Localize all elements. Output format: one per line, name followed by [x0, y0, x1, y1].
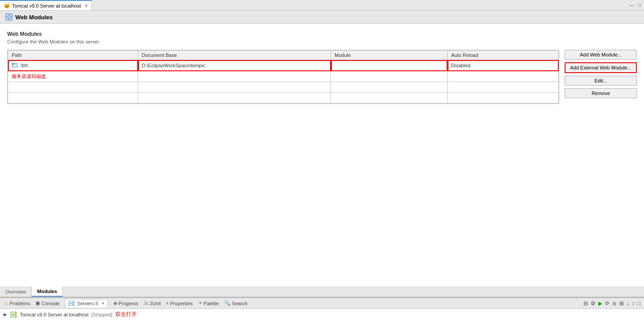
table-row[interactable]	[8, 93, 559, 104]
maximize-button[interactable]: □	[637, 2, 642, 8]
col-module: Module	[331, 51, 448, 60]
row2-path-text: 服务器虚拟磁盘	[12, 74, 46, 79]
tab-label: Tomcat v9.0 Server at localhost	[12, 3, 81, 9]
row4-path	[8, 93, 138, 104]
edit-button[interactable]: Edit...	[565, 76, 637, 86]
console-tab[interactable]: ▣ Console	[35, 300, 59, 306]
search-tab[interactable]: 🔍 Search	[224, 300, 248, 306]
row4-auto-reload	[448, 93, 559, 104]
minimize-button[interactable]: —	[628, 2, 635, 8]
row1-document-base: D:\EclipseWorkSpace\tempic	[138, 60, 331, 71]
svg-point-9	[73, 304, 74, 305]
add-web-module-button[interactable]: Add Web Module...	[565, 50, 637, 60]
junit-icon: Ju	[144, 301, 148, 306]
row1-module	[331, 60, 448, 71]
section-description: Configure the Web Modules on this server…	[7, 39, 637, 44]
table-row[interactable]	[8, 82, 559, 93]
tab-modules-label: Modules	[37, 289, 57, 294]
properties-icon: ≡	[166, 301, 169, 306]
tab-overview[interactable]: Overview	[0, 286, 32, 297]
problems-tab[interactable]: ⚠ Problems	[4, 300, 30, 306]
col-auto-reload: Auto Reload	[448, 51, 559, 60]
servers-label: Servers 5	[77, 301, 98, 306]
status-btn-reload[interactable]: ⟳	[605, 300, 609, 307]
editor-tab[interactable]: 🐱 Tomcat v9.0 Server at localhost ✕	[0, 0, 92, 10]
table-row[interactable]: 服务器虚拟磁盘	[8, 71, 559, 82]
web-modules-table-container: Path Document Base Module Auto Reload	[7, 50, 559, 104]
row2-module	[331, 71, 448, 82]
window-controls: — □	[628, 0, 644, 10]
col-path: Path	[8, 51, 138, 60]
row2-document-base	[138, 71, 331, 82]
progress-tab[interactable]: ◈ Progress	[113, 300, 138, 306]
palette-label: Palette	[204, 301, 219, 306]
main-area: Web Modules Web Modules Configure the We…	[0, 11, 644, 297]
problems-label: Problems	[9, 301, 30, 306]
editor-bottom-tabs: Overview Modules	[0, 286, 644, 297]
table-row[interactable]: /pic D:\EclipseWorkSpace\tempic Disabled	[8, 60, 559, 71]
server-panel: ▶ Tomcat v9.0 Server at localhost [Stopp…	[0, 308, 644, 320]
status-btn-run[interactable]: ▶	[598, 300, 602, 307]
row2-path: 服务器虚拟磁盘	[8, 71, 138, 82]
progress-icon: ◈	[113, 300, 117, 306]
status-btn-1[interactable]: ⊟	[583, 300, 588, 307]
row3-auto-reload	[448, 82, 559, 93]
tab-modules[interactable]: Modules	[32, 286, 63, 297]
add-external-web-module-button[interactable]: Add External Web Module...	[565, 62, 637, 73]
console-icon: ▣	[35, 300, 40, 306]
remove-button[interactable]: Remove	[565, 88, 637, 98]
expand-arrow[interactable]: ▶	[4, 312, 7, 317]
page-title: Web Modules	[15, 14, 53, 21]
section-title: Web Modules	[7, 31, 637, 37]
svg-rect-5	[12, 63, 14, 65]
path-icon-container: /pic	[12, 62, 28, 68]
status-btn-stop[interactable]: ◼	[612, 300, 617, 307]
search-label: Search	[232, 301, 248, 306]
web-modules-icon	[5, 13, 13, 21]
tab-bar: 🐱 Tomcat v9.0 Server at localhost ✕ — □	[0, 0, 644, 11]
tomcat-icon: 🐱	[4, 3, 10, 9]
server-status: [Stopped]	[91, 312, 112, 317]
properties-tab[interactable]: ≡ Properties	[166, 301, 193, 306]
status-btn-5[interactable]: ⊞	[619, 300, 624, 307]
row3-document-base	[138, 82, 331, 93]
row4-module	[331, 93, 448, 104]
server-action-hint: 双击打开	[115, 311, 137, 318]
page-header: Web Modules	[0, 11, 644, 24]
buttons-panel: Add Web Module... Add External Web Modul…	[559, 50, 637, 98]
content-area: Web Modules Configure the Web Modules on…	[0, 24, 644, 286]
junit-label: JUnit	[150, 301, 161, 306]
palette-tab[interactable]: ✦ Palette	[198, 300, 219, 306]
search-icon: 🔍	[224, 300, 231, 306]
row1-auto-reload: Disabled	[448, 60, 559, 71]
console-label: Console	[41, 301, 59, 306]
tab-overview-label: Overview	[5, 289, 26, 294]
row4-document-base	[138, 93, 331, 104]
bottom-section: ⚠ Problems ▣ Console Servers 5 ✕ ◈ Progr…	[0, 297, 644, 320]
row2-auto-reload	[448, 71, 559, 82]
row3-module	[331, 82, 448, 93]
servers-tab[interactable]: Servers 5 ✕	[65, 299, 108, 307]
status-btn-updown[interactable]: ↕	[632, 300, 635, 307]
col-document-base: Document Base	[138, 51, 331, 60]
progress-label: Progress	[118, 301, 138, 306]
svg-point-8	[73, 302, 74, 303]
servers-icon	[68, 300, 74, 307]
row3-path	[8, 82, 138, 93]
palette-icon: ✦	[198, 300, 202, 306]
server-row-icon	[10, 311, 17, 318]
status-btn-max[interactable]: □	[637, 300, 640, 307]
svg-point-13	[15, 316, 16, 316]
server-name: Tomcat v9.0 Server at localhost	[20, 312, 88, 317]
row1-path: /pic	[8, 60, 138, 71]
status-btn-2[interactable]: ⚙	[591, 300, 596, 307]
servers-close[interactable]: ✕	[101, 301, 105, 306]
row1-path-text: /pic	[21, 62, 28, 68]
tab-close-icon[interactable]: ✕	[84, 3, 88, 8]
junit-tab[interactable]: Ju JUnit	[144, 301, 161, 306]
problems-icon: ⚠	[4, 300, 8, 306]
properties-label: Properties	[170, 301, 192, 306]
status-right-icons: ⊟ ⚙ ▶ ⟳ ◼ ⊞ ↓ ↕ □	[583, 300, 640, 307]
panel-tab-bar: ⚠ Problems ▣ Console Servers 5 ✕ ◈ Progr…	[0, 298, 644, 308]
status-btn-down[interactable]: ↓	[627, 300, 629, 307]
